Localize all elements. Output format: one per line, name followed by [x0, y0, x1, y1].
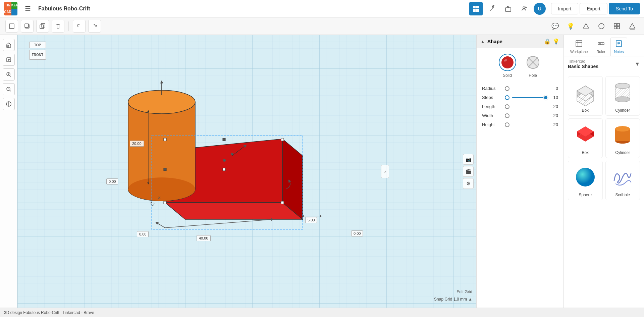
home-view-button[interactable]	[3, 39, 15, 51]
add-user-button[interactable]	[518, 2, 531, 15]
panel-collapse-btn[interactable]: ▲	[481, 39, 485, 44]
svg-rect-15	[614, 27, 616, 29]
fit-view-button[interactable]	[3, 54, 15, 66]
video-button[interactable]: 🎬	[463, 166, 474, 177]
dim-far: 0.00	[351, 230, 363, 236]
shapes-grid: Box Cylinder	[564, 72, 644, 204]
duplicate-button[interactable]	[36, 20, 49, 33]
import-button[interactable]: Import	[551, 3, 579, 14]
width-row: Width 20	[482, 113, 558, 118]
left-sidebar	[0, 35, 17, 308]
svg-rect-14	[617, 23, 620, 26]
tools-button[interactable]	[485, 2, 499, 15]
steps-value: 10	[549, 95, 558, 100]
camera-button[interactable]: 📷	[463, 154, 474, 165]
export-button[interactable]: Export	[580, 3, 607, 14]
align-button[interactable]	[626, 20, 639, 33]
shape-card-scribble[interactable]: Scribble	[605, 161, 640, 200]
settings-float-button[interactable]: ⚙	[463, 178, 474, 189]
svg-rect-0	[473, 6, 476, 8]
radius-row: Radius 0	[482, 86, 558, 91]
toolbar-right: 💬 💡	[549, 20, 639, 33]
svg-rect-3	[476, 9, 479, 12]
svg-point-90	[615, 83, 630, 89]
width-label: Width	[482, 113, 502, 118]
dim-height: 20.00	[130, 141, 144, 147]
height-row: Height 20	[482, 122, 558, 127]
project-name: Fabulous Robo-Crift	[38, 6, 90, 12]
radius-circle[interactable]	[505, 86, 509, 91]
steps-row: Steps 10	[482, 95, 558, 100]
length-circle[interactable]	[505, 104, 509, 109]
copy-button[interactable]	[21, 20, 34, 33]
delete-button[interactable]	[52, 20, 64, 33]
shape-name-box-red: Box	[582, 150, 589, 155]
viewport[interactable]: TOP FRONT	[17, 35, 476, 308]
orient-button[interactable]	[3, 98, 15, 110]
shape-card-cylinder-gray[interactable]: Cylinder	[605, 76, 640, 116]
steps-circle[interactable]	[505, 95, 509, 100]
snap-grid-value[interactable]: 1.0 mm	[453, 297, 467, 302]
shape-name-cylinder-gray: Cylinder	[615, 108, 630, 113]
solid-option[interactable]: Solid	[499, 54, 516, 78]
shape-tool-button[interactable]	[580, 20, 592, 33]
svg-rect-19	[8, 46, 9, 47]
steps-track[interactable]	[512, 97, 546, 98]
shape-card-box-red[interactable]: Box	[568, 118, 603, 158]
lock-icon[interactable]: 🔒	[544, 38, 551, 45]
group-button[interactable]	[610, 20, 623, 33]
dim-depth-left: 0.00	[137, 231, 149, 237]
shape-card-box-gray[interactable]: Box	[568, 76, 603, 116]
zoom-out-button[interactable]	[3, 83, 15, 95]
height-circle[interactable]	[505, 122, 509, 127]
view-cube-front[interactable]: FRONT	[29, 50, 46, 60]
redo-button[interactable]	[88, 20, 101, 33]
logo: TIN KER CAD	[4, 2, 17, 15]
grid-background	[17, 35, 476, 308]
shape-card-sphere[interactable]: Sphere	[568, 161, 603, 200]
tab-workplane[interactable]: Workplane	[567, 38, 591, 56]
notes-label: Notes	[614, 50, 624, 54]
svg-rect-6	[9, 24, 14, 29]
shapes-header: Tinkercad Basic Shapes ▼	[564, 56, 644, 72]
solid-label: Solid	[503, 73, 512, 78]
bulb-icon[interactable]: 💡	[553, 38, 559, 45]
send-to-button[interactable]: Send To	[609, 3, 640, 14]
light-button[interactable]: 💡	[564, 20, 577, 33]
width-circle[interactable]	[505, 113, 509, 118]
tab-ruler[interactable]: Ruler	[593, 38, 609, 56]
shape2-tool-button[interactable]	[595, 20, 608, 33]
panel-collapse-chevron[interactable]: ›	[381, 165, 389, 178]
svg-rect-71	[598, 43, 604, 45]
new-button[interactable]	[5, 20, 18, 33]
undo-button[interactable]	[73, 20, 86, 33]
annotation-button[interactable]: 💬	[549, 20, 561, 33]
logo-ker: KER	[11, 2, 17, 9]
zoom-in-button[interactable]	[3, 68, 15, 81]
user-avatar[interactable]: U	[534, 3, 546, 15]
logo-cad-r: CAD	[4, 9, 11, 15]
shapes-dropdown-arrow[interactable]: ▼	[635, 61, 640, 67]
shape-name-box-gray: Box	[582, 108, 589, 113]
notes-icon	[615, 40, 623, 49]
briefcase-button[interactable]	[501, 2, 515, 15]
snap-grid-up-icon[interactable]: ▲	[468, 297, 472, 302]
view-cube-top[interactable]: TOP	[29, 42, 46, 48]
svg-rect-68	[576, 41, 582, 47]
grid-view-button[interactable]	[469, 2, 483, 15]
hole-option[interactable]: Hole	[524, 54, 542, 78]
type-selector: Solid Hole	[477, 48, 564, 83]
height-label: Height	[482, 122, 502, 127]
edit-grid-label[interactable]: Edit Grid	[457, 289, 472, 294]
tab-notes[interactable]: Notes	[610, 38, 628, 56]
shape-card-cylinder-orange[interactable]: Cylinder	[605, 118, 640, 158]
shape-name-cylinder-orange: Cylinder	[615, 150, 630, 155]
ruler-label: Ruler	[596, 50, 605, 54]
svg-point-62	[501, 56, 514, 68]
svg-rect-10	[41, 23, 45, 27]
hole-label: Hole	[529, 73, 537, 78]
workplane-icon	[575, 40, 583, 49]
shapes-provider-category: Tinkercad Basic Shapes	[568, 59, 598, 69]
menu-button[interactable]: ☰	[21, 2, 34, 15]
hole-circle	[524, 54, 542, 71]
